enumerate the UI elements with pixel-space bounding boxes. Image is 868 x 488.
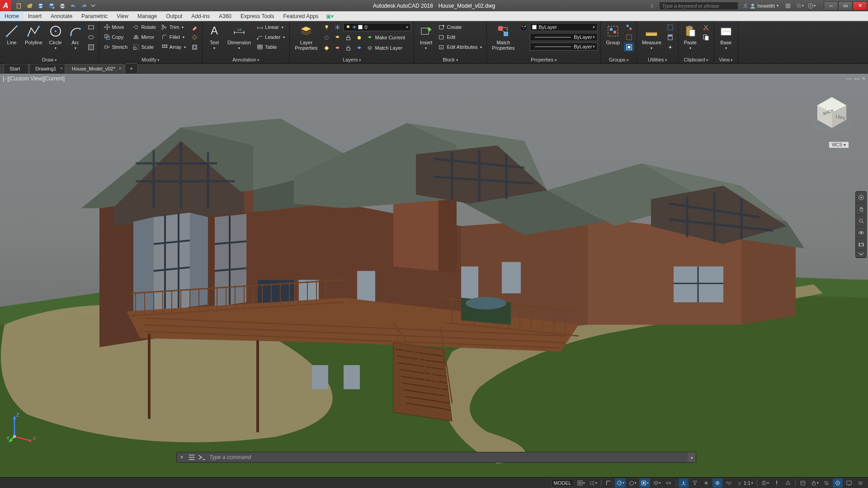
group-label-utilities[interactable]: Utilities	[640, 56, 675, 63]
tab-view[interactable]: View	[112, 12, 133, 21]
ortho-icon[interactable]	[604, 479, 613, 488]
group-label-modify[interactable]: Modify	[102, 56, 200, 63]
command-input[interactable]: Type a command	[207, 454, 688, 460]
search-input[interactable]: Type a keyword or phrase	[659, 2, 738, 10]
ungroup-icon[interactable]	[624, 23, 634, 32]
line-button[interactable]: Line	[3, 23, 21, 46]
cut-icon[interactable]	[701, 23, 711, 32]
undo-icon[interactable]	[68, 1, 78, 10]
scale-button[interactable]: Scale	[131, 42, 157, 52]
fillet-button[interactable]: Fillet▾	[160, 33, 188, 42]
filetab-start[interactable]: Start	[4, 64, 28, 73]
rectangle-icon[interactable]	[86, 23, 96, 32]
maximize-button[interactable]: ▭	[838, 1, 853, 10]
linetype-dropdown[interactable]: ByLayer▼	[530, 42, 598, 51]
explode-icon[interactable]	[189, 33, 199, 42]
lockui-icon[interactable]: ▾	[809, 479, 820, 488]
group-label-draw[interactable]: Draw	[3, 56, 96, 63]
group-label-clipboard[interactable]: Clipboard	[681, 56, 711, 63]
tab-home[interactable]: Home	[0, 12, 24, 21]
match-layer-button[interactable]: Match Layer	[365, 43, 404, 52]
annotation-visibility-icon[interactable]	[712, 479, 722, 488]
app-menu-button[interactable]: A	[0, 0, 11, 11]
quickcalc-icon[interactable]	[665, 33, 675, 42]
match-properties-button[interactable]: Match Properties	[490, 23, 517, 52]
group-label-view[interactable]: View	[717, 56, 735, 63]
tab-focus-icon[interactable]: ▣▾	[323, 12, 336, 21]
new-tab-button[interactable]: ＋	[125, 63, 138, 73]
exchange-apps-icon[interactable]	[783, 1, 793, 10]
save-icon[interactable]	[36, 1, 46, 10]
snap-icon[interactable]: ▾	[588, 479, 599, 488]
tab-addins[interactable]: Add-ins	[187, 12, 214, 21]
cmd-history-icon[interactable]: ▴	[688, 452, 696, 462]
edit-block-button[interactable]: Edit	[437, 33, 484, 42]
units-icon[interactable]	[783, 479, 793, 488]
otrack-icon[interactable]	[664, 479, 674, 488]
zoom-extents-icon[interactable]	[856, 215, 866, 227]
steering-wheel-icon[interactable]	[856, 192, 866, 203]
close-tab-icon[interactable]: ×	[60, 66, 63, 71]
layer-off-icon[interactable]	[321, 33, 331, 42]
move-button[interactable]: Move	[102, 23, 130, 32]
layer-unlock-icon[interactable]	[343, 43, 353, 52]
group-label-annotation[interactable]: Annotation	[205, 56, 287, 63]
offset-icon[interactable]	[189, 42, 199, 52]
group-label-block[interactable]: Block	[417, 56, 484, 63]
stretch-button[interactable]: Stretch	[102, 42, 130, 52]
ellipse-icon[interactable]	[86, 33, 96, 42]
edit-attributes-button[interactable]: AEdit Attributes▾	[437, 42, 484, 52]
mirror-button[interactable]: Mirror	[131, 33, 157, 42]
base-view-button[interactable]: Base▾	[717, 23, 735, 51]
isolate-icon[interactable]	[821, 479, 831, 488]
group-select-icon[interactable]	[624, 42, 634, 52]
paste-button[interactable]: Paste▾	[681, 23, 699, 51]
tab-parametric[interactable]: Parametric	[77, 12, 112, 21]
color-picker-icon[interactable]	[519, 23, 528, 32]
plot-icon[interactable]	[57, 1, 67, 10]
leader-button[interactable]: Leader▾	[255, 33, 287, 42]
copy-clip-icon[interactable]	[701, 33, 711, 42]
customize-icon[interactable]	[855, 479, 865, 488]
viewport[interactable]: [–][Custom View][Current] — ▭ ×	[0, 74, 868, 477]
help-icon[interactable]: ?▾	[807, 1, 816, 10]
command-line[interactable]: × Type a command ▴	[176, 452, 696, 463]
group-edit-icon[interactable]	[624, 33, 634, 42]
gizmo-icon[interactable]	[701, 479, 711, 488]
object-color-dropdown[interactable]: ByLayer▼	[530, 23, 598, 31]
selection-filter-icon[interactable]	[690, 479, 700, 488]
trim-button[interactable]: Trim▾	[160, 23, 188, 32]
workspace-switch-icon[interactable]: ▾	[760, 479, 770, 488]
grid-icon[interactable]: ▾	[576, 479, 586, 488]
new-icon[interactable]	[14, 1, 24, 10]
orbit-icon[interactable]	[856, 227, 866, 239]
wcs-badge[interactable]: WCS ▾	[829, 141, 849, 148]
tab-manage[interactable]: Manage	[133, 12, 161, 21]
hardware-accel-icon[interactable]	[833, 479, 843, 488]
linear-dim-button[interactable]: Linear▾	[255, 23, 287, 32]
group-label-groups[interactable]: Groups	[604, 56, 634, 63]
annotation-monitor-icon[interactable]	[772, 479, 782, 488]
close-button[interactable]: ✕	[853, 1, 867, 10]
tab-output[interactable]: Output	[161, 12, 187, 21]
filetab-housemodel[interactable]: House_Model_v02*×	[66, 64, 124, 73]
anno-scale-dropdown[interactable]: A1:1▾	[735, 479, 755, 488]
ucs-icon[interactable]: X Y Z	[6, 411, 38, 445]
open-icon[interactable]	[25, 1, 35, 10]
rotate-button[interactable]: Rotate	[131, 23, 157, 32]
tab-annotate[interactable]: Annotate	[46, 12, 77, 21]
measure-button[interactable]: Measure▾	[640, 23, 664, 51]
tab-a360[interactable]: A360	[214, 12, 236, 21]
circle-button[interactable]: Circle▾	[47, 23, 65, 51]
layer-properties-button[interactable]: Layer Properties	[292, 23, 320, 52]
layer-state-icon[interactable]	[321, 23, 331, 32]
copy-button[interactable]: Copy	[102, 33, 130, 42]
infocenter-toggle-icon[interactable]	[647, 1, 657, 10]
layer-thaw-icon[interactable]	[321, 43, 331, 52]
layer-iso-icon[interactable]	[332, 33, 342, 42]
stayconnected-icon[interactable]: ▾	[795, 1, 805, 10]
polar-icon[interactable]: ▾	[615, 479, 626, 488]
isodraft-icon[interactable]: ▾	[627, 479, 638, 488]
group-label-properties[interactable]: Properties	[490, 56, 598, 63]
group-button[interactable]: Group	[604, 23, 622, 46]
